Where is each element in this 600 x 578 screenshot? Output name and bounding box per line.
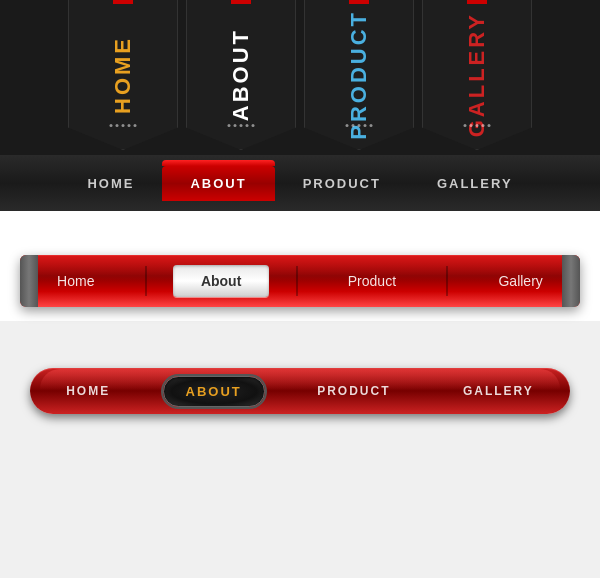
nav2-about[interactable]: ABOUT <box>162 166 274 201</box>
nav3-about[interactable]: About <box>173 265 269 297</box>
nav3-product[interactable]: Product <box>324 265 420 297</box>
tab-about[interactable]: ABOUT <box>186 0 296 150</box>
tab-gallery-label: GALLERY <box>464 12 490 137</box>
tab-home-label: HOME <box>110 36 136 114</box>
tab-home[interactable]: HOME <box>68 0 178 150</box>
nav3-gallery[interactable]: Gallery <box>474 265 566 297</box>
tabs-wrapper: HOME ABOUT PRODUCT GALLERY <box>68 0 532 150</box>
nav3-separator-3 <box>446 266 448 296</box>
red-oval-nav-wrapper: HOME ABOUT PRODUCT GALLERY <box>0 351 600 431</box>
dark-bar-nav: HOME ABOUT PRODUCT GALLERY <box>0 155 600 211</box>
nav2-gallery[interactable]: GALLERY <box>409 168 541 199</box>
tab-product-label: PRODUCT <box>346 10 372 140</box>
nav3-separator-2 <box>296 266 298 296</box>
tab-dots <box>228 124 255 127</box>
gap1 <box>0 211 600 241</box>
red-oval-bar: HOME ABOUT PRODUCT GALLERY <box>30 368 570 414</box>
nav4-gallery[interactable]: GALLERY <box>443 378 554 404</box>
gap2 <box>0 321 600 351</box>
tab-product[interactable]: PRODUCT <box>304 0 414 150</box>
nav3-home[interactable]: Home <box>33 265 118 297</box>
tab-dots <box>110 124 137 127</box>
nav4-home[interactable]: HOME <box>46 378 130 404</box>
nav4-product[interactable]: PRODUCT <box>297 378 410 404</box>
tab-dots <box>464 124 491 127</box>
nav3-separator-1 <box>145 266 147 296</box>
red-pill-nav-wrapper: Home About Product Gallery <box>0 241 600 321</box>
nav2-home[interactable]: HOME <box>59 168 162 199</box>
tab-about-label: ABOUT <box>228 28 254 121</box>
nav2-product[interactable]: PRODUCT <box>275 168 409 199</box>
hanging-tab-nav: HOME ABOUT PRODUCT GALLERY <box>0 0 600 155</box>
red-pill-bar: Home About Product Gallery <box>20 255 580 307</box>
tab-dots <box>346 124 373 127</box>
nav4-about[interactable]: ABOUT <box>163 376 265 407</box>
tab-gallery[interactable]: GALLERY <box>422 0 532 150</box>
